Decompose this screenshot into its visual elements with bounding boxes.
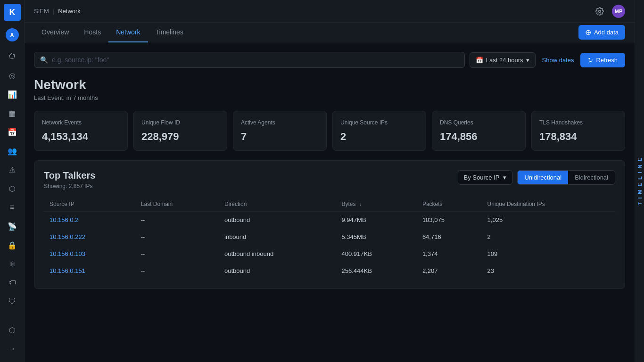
timeline-sidebar[interactable]: T I M E L I N E: [635, 0, 644, 362]
cell-source-ip[interactable]: 10.156.0.151: [44, 262, 135, 279]
top-talkers-title: Top Talkers: [44, 170, 458, 181]
search-bar: 🔍 📅 Last 24 hours Show dates ↻ Refresh: [34, 52, 625, 68]
stat-card-active-agents: Active Agents 7: [233, 111, 327, 151]
user-avatar-topbar[interactable]: MP: [612, 5, 625, 18]
source-dropdown[interactable]: By Source IP: [458, 170, 513, 185]
lock-icon[interactable]: 🔒: [4, 237, 21, 254]
clock-icon[interactable]: ⏱: [4, 48, 21, 65]
cell-source-ip[interactable]: 10.156.0.103: [44, 245, 135, 262]
cell-packets: 1,374: [417, 245, 482, 262]
stats-grid: Network Events 4,153,134 Unique Flow ID …: [34, 111, 625, 151]
toggle-unidirectional[interactable]: Unidirectional: [518, 171, 568, 184]
calendar-icon: 📅: [476, 57, 483, 64]
top-talkers-title-wrap: Top Talkers Showing: 2,857 IPs: [44, 170, 458, 189]
settings-icon[interactable]: [593, 5, 606, 18]
show-dates-button[interactable]: Show dates: [540, 53, 576, 67]
breadcrumb: SIEM | Network: [34, 8, 81, 15]
cell-direction: inbound: [219, 228, 336, 245]
broadcast-icon[interactable]: 📡: [4, 218, 21, 235]
cell-unique-dest: 23: [482, 262, 615, 279]
stat-value-active-agents: 7: [241, 131, 319, 143]
chart-icon[interactable]: 📊: [4, 86, 21, 103]
table-row: 10.156.0.151 -- outbound 256.444KB 2,207…: [44, 262, 615, 279]
current-section-label: Network: [58, 8, 81, 15]
toggle-bidirectional[interactable]: Bidirectional: [568, 171, 615, 184]
svg-text:K: K: [9, 8, 15, 17]
direction-toggle-group: Unidirectional Bidirectional: [517, 170, 615, 185]
cell-packets: 64,716: [417, 228, 482, 245]
alert-icon[interactable]: ⚠: [4, 161, 21, 178]
users-icon[interactable]: 👥: [4, 142, 21, 159]
col-header-direction: Direction: [219, 197, 336, 212]
cell-last-domain: --: [135, 262, 219, 279]
cell-last-domain: --: [135, 211, 219, 228]
user-avatar-sidebar[interactable]: A: [6, 28, 19, 41]
page-header: Network Last Event: in 7 months: [34, 77, 625, 101]
cell-direction: outbound: [219, 211, 336, 228]
cell-unique-dest: 2: [482, 228, 615, 245]
top-talkers-section: Top Talkers Showing: 2,857 IPs By Source…: [34, 160, 625, 289]
cell-last-domain: --: [135, 245, 219, 262]
app-logo[interactable]: K: [4, 4, 21, 21]
stat-value-tls: 178,834: [539, 131, 617, 143]
plus-icon: ⊕: [585, 28, 591, 37]
top-talkers-subtitle: Showing: 2,857 IPs: [44, 183, 458, 189]
cell-direction: outbound: [219, 262, 336, 279]
top-talkers-header: Top Talkers Showing: 2,857 IPs By Source…: [44, 170, 615, 189]
cell-source-ip[interactable]: 10.156.0.222: [44, 228, 135, 245]
timeline-label: T I M E L I N E: [637, 157, 643, 206]
tab-hosts[interactable]: Hosts: [76, 23, 108, 42]
search-input-wrap[interactable]: 🔍: [34, 52, 465, 68]
time-range-label: Last 24 hours: [486, 57, 523, 64]
sidebar: K A ⏱ ◎ 📊 ▦ 📅 👥 ⚠ ⬡ ≡ 📡 🔒 ⚛ 🏷 🛡 ⬡ →: [0, 0, 25, 362]
top-talkers-table: Source IP Last Domain Direction Bytes ↓ …: [44, 197, 615, 279]
cell-direction: outbound inbound: [219, 245, 336, 262]
stat-value-unique-src: 2: [340, 131, 418, 143]
stat-card-unique-src: Unique Source IPs 2: [332, 111, 426, 151]
stat-label-flow-id: Unique Flow ID: [141, 119, 219, 127]
top-talkers-controls: By Source IP Unidirectional Bidirectiona…: [458, 170, 615, 185]
page-content: 🔍 📅 Last 24 hours Show dates ↻ Refresh N…: [25, 42, 635, 362]
tab-timelines[interactable]: Timelines: [148, 23, 191, 42]
stat-card-dns: DNS Queries 174,856: [432, 111, 526, 151]
cell-bytes: 9.947MB: [336, 211, 417, 228]
cell-source-ip[interactable]: 10.156.0.2: [44, 211, 135, 228]
breadcrumb-separator: |: [53, 8, 54, 15]
table-header-row: Source IP Last Domain Direction Bytes ↓ …: [44, 197, 615, 212]
radar-icon[interactable]: ◎: [4, 67, 21, 84]
dropdown-chevron-icon: [503, 174, 506, 181]
cell-packets: 103,075: [417, 211, 482, 228]
search-input[interactable]: [52, 56, 459, 64]
stat-card-tls: TLS Handshakes 178,834: [531, 111, 625, 151]
group-icon[interactable]: ⬡: [4, 321, 21, 338]
cell-unique-dest: 1,025: [482, 211, 615, 228]
add-data-button[interactable]: ⊕ Add data: [578, 25, 625, 40]
puzzle-icon[interactable]: ⬡: [4, 180, 21, 197]
refresh-button[interactable]: ↻ Refresh: [580, 53, 625, 67]
calendar-icon[interactable]: 📅: [4, 123, 21, 140]
tag-icon[interactable]: 🏷: [4, 274, 21, 291]
table-icon[interactable]: ▦: [4, 105, 21, 122]
dropdown-label: By Source IP: [464, 174, 500, 181]
cell-packets: 2,207: [417, 262, 482, 279]
col-header-bytes[interactable]: Bytes ↓: [336, 197, 417, 212]
navigation-tabs: Overview Hosts Network Timelines ⊕ Add d…: [25, 23, 635, 42]
cell-bytes: 400.917KB: [336, 245, 417, 262]
tab-overview[interactable]: Overview: [34, 23, 76, 42]
shield-icon[interactable]: 🛡: [4, 293, 21, 310]
sort-icon: ↓: [359, 202, 362, 207]
topbar-actions: MP: [593, 5, 625, 18]
table-row: 10.156.0.103 -- outbound inbound 400.917…: [44, 245, 615, 262]
list-icon[interactable]: ≡: [4, 199, 21, 216]
page-subtitle: Last Event: in 7 months: [34, 94, 625, 101]
atom-icon[interactable]: ⚛: [4, 255, 21, 272]
col-header-packets: Packets: [417, 197, 482, 212]
table-row: 10.156.0.2 -- outbound 9.947MB 103,075 1…: [44, 211, 615, 228]
stat-label-network-events: Network Events: [42, 119, 120, 127]
tab-network[interactable]: Network: [108, 23, 148, 42]
time-range-selector[interactable]: 📅 Last 24 hours: [470, 52, 536, 68]
col-header-unique-dest: Unique Destination IPs: [482, 197, 615, 212]
arrow-right-icon[interactable]: →: [4, 340, 21, 357]
topbar: SIEM | Network MP: [25, 0, 635, 23]
cell-unique-dest: 109: [482, 245, 615, 262]
